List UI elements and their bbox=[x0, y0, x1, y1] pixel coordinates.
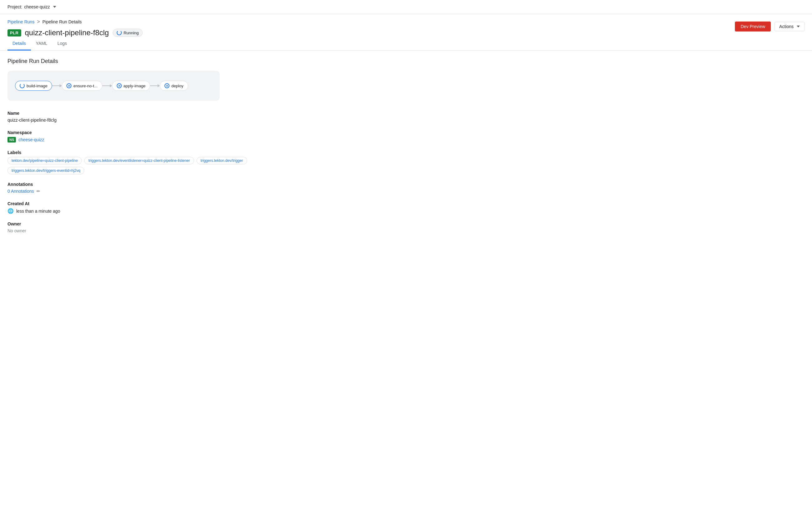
step-label-apply-image: apply-image bbox=[124, 84, 146, 88]
project-prefix: Project: bbox=[8, 4, 22, 9]
main-content: Pipeline Run Details build-image ✕ ensur… bbox=[0, 50, 812, 248]
namespace-link[interactable]: cheese-quizz bbox=[18, 137, 44, 142]
step-node-ensure-no-t: ✕ ensure-no-t... bbox=[62, 81, 102, 91]
field-created-at: Created At 🌐 less than a minute ago bbox=[8, 201, 804, 214]
label-chip-0[interactable]: tekton.dev/pipeline=quizz-client-pipelin… bbox=[8, 157, 82, 164]
ns-badge: NS bbox=[8, 137, 16, 143]
pipeline-step-build-image[interactable]: build-image bbox=[15, 81, 52, 91]
connector-arrow bbox=[110, 84, 112, 87]
actions-dropdown[interactable]: Actions bbox=[774, 22, 804, 31]
field-namespace-label: Namespace bbox=[8, 130, 804, 135]
top-bar: Project: cheese-quizz bbox=[0, 0, 812, 14]
breadcrumb-parent-link[interactable]: Pipeline Runs bbox=[8, 19, 34, 24]
connector-2 bbox=[102, 84, 112, 87]
label-chip-3[interactable]: triggers.tekton.dev/triggers-eventid=hj2… bbox=[8, 167, 84, 174]
namespace-row: NS cheese-quizz bbox=[8, 137, 804, 143]
dev-preview-button[interactable]: Dev Preview bbox=[735, 21, 771, 31]
pipeline-diagram: build-image ✕ ensure-no-t... ✕ apply-ima… bbox=[8, 71, 220, 101]
step-label-deploy: deploy bbox=[171, 84, 183, 88]
created-at-value: less than a minute ago bbox=[16, 209, 60, 213]
field-name-value: quizz-client-pipeline-f8clg bbox=[8, 118, 804, 122]
field-owner-value: No owner bbox=[8, 228, 804, 233]
field-annotations: Annotations 0 Annotations ✏ bbox=[8, 182, 804, 194]
header-actions: Dev Preview Actions bbox=[735, 21, 804, 31]
step-running-icon bbox=[20, 83, 25, 88]
connector-line bbox=[150, 86, 158, 86]
connector-line bbox=[102, 86, 110, 86]
tab-details[interactable]: Details bbox=[8, 37, 31, 50]
plr-badge: PLR bbox=[8, 29, 21, 36]
step-label-ensure-no-t: ensure-no-t... bbox=[73, 84, 97, 88]
annotations-row: 0 Annotations ✏ bbox=[8, 189, 804, 194]
labels-row-2: triggers.tekton.dev/triggers-eventid=hj2… bbox=[8, 167, 804, 174]
running-label: Running bbox=[124, 31, 139, 35]
pipeline-step-deploy[interactable]: ✕ deploy bbox=[160, 81, 188, 91]
connector-3 bbox=[150, 84, 160, 87]
field-name: Name quizz-client-pipeline-f8clg bbox=[8, 111, 804, 122]
step-node-apply-image: ✕ apply-image bbox=[112, 81, 150, 91]
field-owner: Owner No owner bbox=[8, 221, 804, 233]
step-pending-icon: ✕ bbox=[117, 83, 122, 88]
header-section: Pipeline Runs > Pipeline Run Details PLR… bbox=[0, 14, 812, 50]
tab-yaml[interactable]: YAML bbox=[31, 37, 53, 50]
field-labels: Labels tekton.dev/pipeline=quizz-client-… bbox=[8, 150, 804, 174]
breadcrumb-separator: > bbox=[37, 19, 40, 25]
step-label-build-image: build-image bbox=[27, 84, 47, 88]
label-chip-1[interactable]: triggers.tekton.dev/eventlistener=quizz-… bbox=[84, 157, 194, 164]
pipeline-step-ensure-no-t[interactable]: ✕ ensure-no-t... bbox=[62, 81, 102, 91]
label-chip-2[interactable]: triggers.tekton.dev/trigger bbox=[197, 157, 247, 164]
field-owner-label: Owner bbox=[8, 221, 804, 226]
tabs-row: Details YAML Logs bbox=[8, 37, 804, 50]
field-name-label: Name bbox=[8, 111, 804, 116]
edit-icon[interactable]: ✏ bbox=[37, 189, 40, 194]
labels-row: tekton.dev/pipeline=quizz-client-pipelin… bbox=[8, 157, 804, 164]
breadcrumb: Pipeline Runs > Pipeline Run Details bbox=[8, 19, 143, 25]
connector-arrow bbox=[158, 84, 160, 87]
running-spin-icon bbox=[117, 30, 122, 35]
breadcrumb-current: Pipeline Run Details bbox=[42, 19, 82, 24]
step-node-deploy: ✕ deploy bbox=[160, 81, 188, 91]
connector-line bbox=[52, 86, 60, 86]
field-created-at-label: Created At bbox=[8, 201, 804, 206]
field-annotations-label: Annotations bbox=[8, 182, 804, 187]
page-title: quizz-client-pipeline-f8clg bbox=[25, 28, 109, 37]
tab-logs[interactable]: Logs bbox=[53, 37, 72, 50]
connector-arrow bbox=[60, 84, 62, 87]
project-chevron-icon bbox=[53, 6, 56, 8]
connector-1 bbox=[52, 84, 62, 87]
globe-icon: 🌐 bbox=[8, 208, 14, 214]
step-node-build-image: build-image bbox=[15, 81, 52, 91]
annotations-link[interactable]: 0 Annotations bbox=[8, 189, 34, 194]
project-name: cheese-quizz bbox=[24, 4, 50, 9]
project-selector[interactable]: Project: cheese-quizz bbox=[8, 4, 56, 9]
field-labels-label: Labels bbox=[8, 150, 804, 155]
step-pending-icon: ✕ bbox=[164, 83, 170, 88]
page-title-row: PLR quizz-client-pipeline-f8clg Running bbox=[8, 28, 143, 37]
running-status-badge: Running bbox=[113, 29, 143, 37]
section-title: Pipeline Run Details bbox=[8, 58, 804, 64]
field-namespace: Namespace NS cheese-quizz bbox=[8, 130, 804, 143]
actions-label: Actions bbox=[779, 24, 794, 29]
actions-chevron-icon bbox=[797, 26, 800, 27]
step-pending-icon: ✕ bbox=[67, 83, 71, 88]
pipeline-step-apply-image[interactable]: ✕ apply-image bbox=[112, 81, 150, 91]
created-at-row: 🌐 less than a minute ago bbox=[8, 208, 804, 214]
